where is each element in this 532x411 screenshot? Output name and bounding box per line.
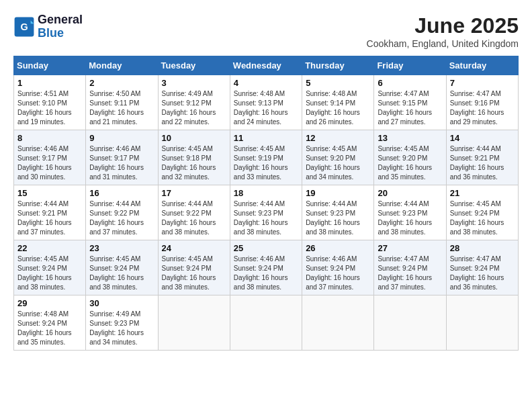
day-info: Sunrise: 4:45 AM Sunset: 9:24 PM Dayligh… bbox=[162, 255, 226, 292]
calendar-cell: 3Sunrise: 4:49 AM Sunset: 9:12 PM Daylig… bbox=[158, 75, 230, 130]
logo-icon: G bbox=[13, 16, 35, 38]
day-number: 26 bbox=[306, 243, 370, 253]
calendar-cell: 14Sunrise: 4:44 AM Sunset: 9:21 PM Dayli… bbox=[446, 130, 518, 185]
day-info: Sunrise: 4:45 AM Sunset: 9:24 PM Dayligh… bbox=[17, 255, 82, 292]
day-number: 1 bbox=[17, 78, 82, 88]
day-number: 21 bbox=[450, 188, 515, 198]
day-number: 24 bbox=[162, 243, 226, 253]
day-info: Sunrise: 4:45 AM Sunset: 9:24 PM Dayligh… bbox=[89, 255, 154, 292]
calendar-cell bbox=[302, 295, 374, 351]
calendar-cell: 22Sunrise: 4:45 AM Sunset: 9:24 PM Dayli… bbox=[14, 240, 86, 295]
day-number: 23 bbox=[89, 243, 154, 253]
calendar-week-5: 29Sunrise: 4:48 AM Sunset: 9:24 PM Dayli… bbox=[14, 295, 519, 351]
calendar-cell: 29Sunrise: 4:48 AM Sunset: 9:24 PM Dayli… bbox=[14, 295, 86, 351]
day-info: Sunrise: 4:47 AM Sunset: 9:15 PM Dayligh… bbox=[378, 89, 442, 127]
day-info: Sunrise: 4:45 AM Sunset: 9:24 PM Dayligh… bbox=[450, 199, 515, 237]
day-number: 19 bbox=[306, 188, 370, 198]
day-info: Sunrise: 4:47 AM Sunset: 9:16 PM Dayligh… bbox=[450, 89, 515, 127]
location: Cookham, England, United Kingdom bbox=[367, 38, 519, 49]
calendar-week-3: 15Sunrise: 4:44 AM Sunset: 9:21 PM Dayli… bbox=[14, 185, 519, 240]
day-number: 3 bbox=[162, 78, 226, 88]
calendar-cell: 20Sunrise: 4:44 AM Sunset: 9:23 PM Dayli… bbox=[374, 185, 446, 240]
day-info: Sunrise: 4:47 AM Sunset: 9:24 PM Dayligh… bbox=[450, 255, 515, 292]
weekday-header-wednesday: Wednesday bbox=[230, 56, 302, 75]
calendar-cell bbox=[374, 295, 446, 351]
day-number: 4 bbox=[234, 78, 298, 88]
page-header: G General Blue June 2025 Cookham, Englan… bbox=[13, 13, 519, 49]
calendar-cell: 6Sunrise: 4:47 AM Sunset: 9:15 PM Daylig… bbox=[374, 75, 446, 130]
weekday-header-monday: Monday bbox=[86, 56, 158, 75]
weekday-header-tuesday: Tuesday bbox=[158, 56, 230, 75]
day-number: 30 bbox=[89, 298, 154, 308]
calendar-cell: 2Sunrise: 4:50 AM Sunset: 9:11 PM Daylig… bbox=[86, 75, 158, 130]
day-info: Sunrise: 4:44 AM Sunset: 9:23 PM Dayligh… bbox=[306, 199, 370, 237]
day-number: 5 bbox=[306, 78, 370, 88]
day-number: 6 bbox=[378, 78, 442, 88]
calendar-cell: 19Sunrise: 4:44 AM Sunset: 9:23 PM Dayli… bbox=[302, 185, 374, 240]
day-info: Sunrise: 4:51 AM Sunset: 9:10 PM Dayligh… bbox=[17, 89, 82, 127]
day-number: 12 bbox=[306, 133, 370, 143]
calendar-cell: 25Sunrise: 4:46 AM Sunset: 9:24 PM Dayli… bbox=[230, 240, 302, 295]
calendar-cell: 18Sunrise: 4:44 AM Sunset: 9:23 PM Dayli… bbox=[230, 185, 302, 240]
day-info: Sunrise: 4:44 AM Sunset: 9:21 PM Dayligh… bbox=[17, 199, 82, 237]
calendar-cell bbox=[158, 295, 230, 351]
svg-text:G: G bbox=[20, 21, 28, 32]
day-info: Sunrise: 4:45 AM Sunset: 9:19 PM Dayligh… bbox=[234, 144, 298, 182]
calendar-cell: 21Sunrise: 4:45 AM Sunset: 9:24 PM Dayli… bbox=[446, 185, 518, 240]
day-number: 17 bbox=[162, 188, 226, 198]
calendar-cell: 27Sunrise: 4:47 AM Sunset: 9:24 PM Dayli… bbox=[374, 240, 446, 295]
day-number: 13 bbox=[378, 133, 442, 143]
day-info: Sunrise: 4:48 AM Sunset: 9:14 PM Dayligh… bbox=[306, 89, 370, 127]
day-number: 11 bbox=[234, 133, 298, 143]
day-number: 29 bbox=[17, 298, 82, 308]
day-info: Sunrise: 4:48 AM Sunset: 9:24 PM Dayligh… bbox=[17, 310, 82, 347]
calendar-cell: 26Sunrise: 4:46 AM Sunset: 9:24 PM Dayli… bbox=[302, 240, 374, 295]
day-info: Sunrise: 4:49 AM Sunset: 9:12 PM Dayligh… bbox=[162, 89, 226, 127]
day-number: 25 bbox=[234, 243, 298, 253]
day-info: Sunrise: 4:45 AM Sunset: 9:18 PM Dayligh… bbox=[162, 144, 226, 182]
calendar-cell: 8Sunrise: 4:46 AM Sunset: 9:17 PM Daylig… bbox=[14, 130, 86, 185]
logo: G General Blue bbox=[13, 13, 83, 40]
day-info: Sunrise: 4:45 AM Sunset: 9:20 PM Dayligh… bbox=[306, 144, 370, 182]
month-title: June 2025 bbox=[367, 13, 519, 38]
day-number: 18 bbox=[234, 188, 298, 198]
calendar-cell: 30Sunrise: 4:49 AM Sunset: 9:23 PM Dayli… bbox=[86, 295, 158, 351]
logo-text: General Blue bbox=[38, 13, 83, 40]
day-number: 14 bbox=[450, 133, 515, 143]
calendar-cell: 10Sunrise: 4:45 AM Sunset: 9:18 PM Dayli… bbox=[158, 130, 230, 185]
day-number: 15 bbox=[17, 188, 82, 198]
calendar-cell: 7Sunrise: 4:47 AM Sunset: 9:16 PM Daylig… bbox=[446, 75, 518, 130]
day-number: 2 bbox=[89, 78, 154, 88]
calendar-week-4: 22Sunrise: 4:45 AM Sunset: 9:24 PM Dayli… bbox=[14, 240, 519, 295]
day-number: 27 bbox=[378, 243, 442, 253]
weekday-header-sunday: Sunday bbox=[14, 56, 86, 75]
day-info: Sunrise: 4:46 AM Sunset: 9:17 PM Dayligh… bbox=[89, 144, 154, 182]
calendar-cell: 24Sunrise: 4:45 AM Sunset: 9:24 PM Dayli… bbox=[158, 240, 230, 295]
calendar-table: SundayMondayTuesdayWednesdayThursdayFrid… bbox=[13, 56, 519, 351]
calendar-cell: 9Sunrise: 4:46 AM Sunset: 9:17 PM Daylig… bbox=[86, 130, 158, 185]
day-info: Sunrise: 4:44 AM Sunset: 9:23 PM Dayligh… bbox=[378, 199, 442, 237]
day-info: Sunrise: 4:50 AM Sunset: 9:11 PM Dayligh… bbox=[89, 89, 154, 127]
calendar-cell bbox=[446, 295, 518, 351]
day-number: 9 bbox=[89, 133, 154, 143]
day-info: Sunrise: 4:44 AM Sunset: 9:23 PM Dayligh… bbox=[234, 199, 298, 237]
calendar-week-1: 1Sunrise: 4:51 AM Sunset: 9:10 PM Daylig… bbox=[14, 75, 519, 130]
calendar-cell: 28Sunrise: 4:47 AM Sunset: 9:24 PM Dayli… bbox=[446, 240, 518, 295]
title-block: June 2025 Cookham, England, United Kingd… bbox=[367, 13, 519, 49]
day-info: Sunrise: 4:45 AM Sunset: 9:20 PM Dayligh… bbox=[378, 144, 442, 182]
day-info: Sunrise: 4:46 AM Sunset: 9:24 PM Dayligh… bbox=[234, 255, 298, 292]
day-number: 20 bbox=[378, 188, 442, 198]
day-info: Sunrise: 4:48 AM Sunset: 9:13 PM Dayligh… bbox=[234, 89, 298, 127]
day-number: 16 bbox=[89, 188, 154, 198]
day-number: 22 bbox=[17, 243, 82, 253]
calendar-cell bbox=[230, 295, 302, 351]
calendar-cell: 12Sunrise: 4:45 AM Sunset: 9:20 PM Dayli… bbox=[302, 130, 374, 185]
weekday-header-saturday: Saturday bbox=[446, 56, 518, 75]
day-number: 10 bbox=[162, 133, 226, 143]
weekday-header-friday: Friday bbox=[374, 56, 446, 75]
calendar-cell: 1Sunrise: 4:51 AM Sunset: 9:10 PM Daylig… bbox=[14, 75, 86, 130]
calendar-cell: 15Sunrise: 4:44 AM Sunset: 9:21 PM Dayli… bbox=[14, 185, 86, 240]
day-info: Sunrise: 4:44 AM Sunset: 9:22 PM Dayligh… bbox=[162, 199, 226, 237]
calendar-cell: 11Sunrise: 4:45 AM Sunset: 9:19 PM Dayli… bbox=[230, 130, 302, 185]
day-info: Sunrise: 4:46 AM Sunset: 9:17 PM Dayligh… bbox=[17, 144, 82, 182]
